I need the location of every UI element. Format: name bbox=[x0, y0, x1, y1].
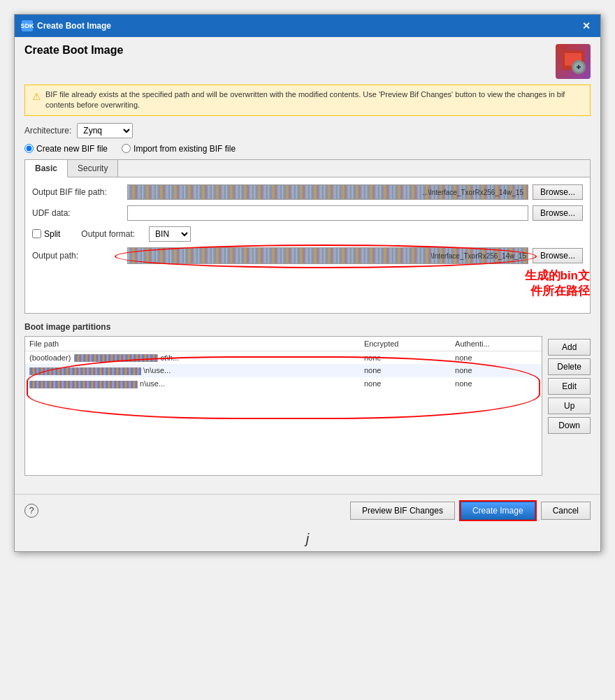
preview-bif-changes-button[interactable]: Preview BIF Changes bbox=[350, 502, 455, 520]
sdk-icon: SDK bbox=[22, 20, 33, 31]
split-label: Split bbox=[44, 229, 60, 239]
output-bif-path-input[interactable]: ...\Interface_TxorRx256_14w_15 bbox=[127, 184, 528, 200]
output-format-label: Output format: bbox=[81, 229, 135, 239]
architecture-label: Architecture: bbox=[24, 126, 71, 136]
header-icon bbox=[556, 44, 591, 79]
create-new-bif-label: Create new BIF file bbox=[36, 144, 108, 154]
row2-encrypted: none bbox=[360, 364, 451, 377]
bif-option-group: Create new BIF file Import from existing… bbox=[24, 144, 591, 154]
table-row[interactable]: (bootloader) ct\h... none none bbox=[25, 351, 542, 364]
tab-bar: Basic Security bbox=[25, 160, 590, 177]
split-checkbox[interactable] bbox=[32, 229, 41, 238]
row3-encrypted: none bbox=[360, 377, 451, 391]
bottom-right-buttons: Preview BIF Changes Create Image Cancel bbox=[350, 502, 591, 520]
table-row[interactable]: n\use... none none bbox=[25, 377, 542, 391]
output-bif-path-row: Output BIF file path: ...\Interface_Txor… bbox=[32, 184, 583, 200]
row2-authenticated: none bbox=[451, 364, 542, 377]
delete-button[interactable]: Delete bbox=[548, 358, 591, 375]
col-encrypted: Encrypted bbox=[360, 337, 451, 351]
tab-content-basic: Output BIF file path: ...\Interface_Txor… bbox=[25, 177, 590, 313]
create-boot-image-dialog: SDK Create Boot Image ✕ Create Boot Imag… bbox=[14, 14, 601, 552]
row1-encrypted: none bbox=[360, 351, 451, 364]
udf-data-row: UDF data: Browse... bbox=[32, 205, 583, 221]
output-path-annotation-text: 生成的bin文 件所在路径 bbox=[525, 268, 591, 299]
title-bar: SDK Create Boot Image ✕ bbox=[15, 15, 600, 37]
footer-note: j bbox=[15, 527, 600, 551]
tabs-container: Basic Security Output BIF file path: ...… bbox=[24, 159, 591, 314]
edit-button[interactable]: Edit bbox=[548, 378, 591, 395]
row2-filepath: \n\use... bbox=[25, 364, 360, 377]
split-checkbox-label[interactable]: Split bbox=[32, 229, 60, 239]
partitions-table-header: File path Encrypted Authenti... bbox=[25, 337, 542, 351]
partitions-table-wrapper: File path Encrypted Authenti... (bootloa… bbox=[24, 336, 542, 481]
dialog-content: Create Boot Image ⚠ BIF file already exi… bbox=[15, 37, 600, 488]
side-buttons-panel: Add Delete Edit Up Down bbox=[548, 336, 591, 481]
partitions-area: File path Encrypted Authenti... (bootloa… bbox=[24, 336, 591, 481]
import-existing-bif-radio[interactable]: Import from existing BIF file bbox=[122, 144, 236, 154]
tab-security[interactable]: Security bbox=[68, 160, 118, 177]
tab-basic[interactable]: Basic bbox=[25, 160, 68, 177]
output-bif-path-browse-button[interactable]: Browse... bbox=[533, 184, 583, 200]
udf-data-label: UDF data: bbox=[32, 208, 123, 218]
udf-data-input[interactable] bbox=[127, 205, 528, 221]
architecture-select[interactable]: Zynq ZynqMP Versal bbox=[77, 123, 133, 138]
row1-filepath: (bootloader) ct\h... bbox=[25, 351, 360, 364]
row1-authenticated: none bbox=[451, 351, 542, 364]
row3-authenticated: none bbox=[451, 377, 542, 391]
up-button[interactable]: Up bbox=[548, 398, 591, 414]
import-existing-bif-label: Import from existing BIF file bbox=[133, 144, 236, 154]
create-new-bif-radio[interactable]: Create new BIF file bbox=[24, 144, 108, 154]
create-image-button[interactable]: Create Image bbox=[461, 502, 535, 520]
down-button[interactable]: Down bbox=[548, 417, 591, 434]
col-authenticated: Authenti... bbox=[451, 337, 542, 351]
bottom-bar: ? Preview BIF Changes Create Image Cance… bbox=[15, 494, 600, 527]
split-format-row: Split Output format: BIN MCS HEX bbox=[32, 226, 583, 242]
partitions-section: Boot image partitions File path Encrypte… bbox=[24, 322, 591, 481]
warning-text: BIF file already exists at the specified… bbox=[45, 89, 583, 111]
title-bar-left: SDK Create Boot Image bbox=[22, 20, 111, 31]
output-format-select[interactable]: BIN MCS HEX bbox=[149, 226, 191, 242]
close-button[interactable]: ✕ bbox=[579, 19, 593, 33]
dialog-title: Create Boot Image bbox=[24, 44, 123, 57]
table-row[interactable]: \n\use... none none bbox=[25, 364, 542, 377]
architecture-row: Architecture: Zynq ZynqMP Versal bbox=[24, 123, 591, 138]
dialog-window-title: Create Boot Image bbox=[37, 21, 111, 31]
output-path-label: Output path: bbox=[32, 251, 123, 261]
col-file-path: File path bbox=[25, 337, 360, 351]
cancel-button[interactable]: Cancel bbox=[541, 502, 591, 520]
warning-box: ⚠ BIF file already exists at the specifi… bbox=[24, 85, 591, 116]
output-bif-path-label: Output BIF file path: bbox=[32, 187, 123, 197]
partitions-table: File path Encrypted Authenti... (bootloa… bbox=[25, 337, 542, 391]
partitions-table-container: File path Encrypted Authenti... (bootloa… bbox=[24, 336, 542, 476]
output-path-input[interactable]: \Interface_TxorRx256_14w_15 bbox=[127, 247, 528, 264]
add-button[interactable]: Add bbox=[548, 339, 591, 356]
row3-filepath: n\use... bbox=[25, 377, 360, 391]
udf-data-browse-button[interactable]: Browse... bbox=[533, 205, 583, 221]
warning-icon: ⚠ bbox=[32, 90, 41, 104]
dialog-header: Create Boot Image bbox=[24, 44, 591, 79]
output-path-browse-button[interactable]: Browse... bbox=[533, 248, 583, 263]
output-path-row: Output path: \Interface_TxorRx256_14w_15… bbox=[32, 247, 583, 264]
help-button[interactable]: ? bbox=[24, 504, 38, 518]
partitions-section-title: Boot image partitions bbox=[24, 322, 591, 332]
